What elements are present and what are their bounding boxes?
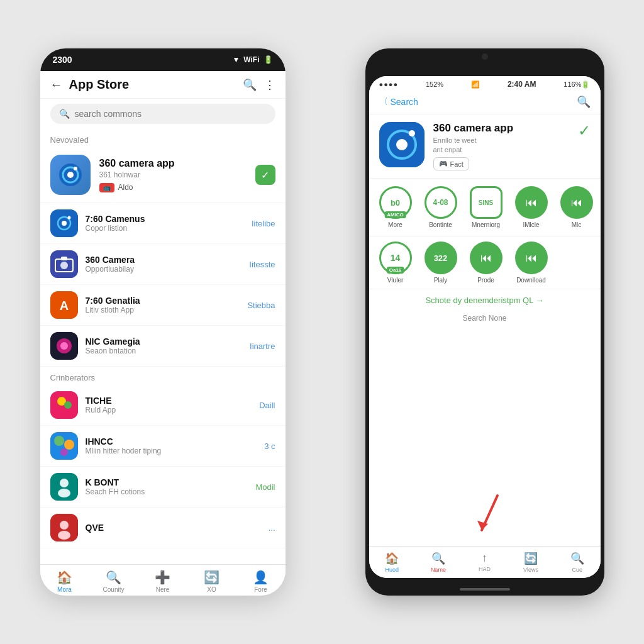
list-item-2[interactable]: 360 Camera Opportiuabilay Iitesste xyxy=(40,244,286,285)
featured-app-info: 360 camera app 361 holnwar 📺 Aldo xyxy=(99,158,247,192)
ratings-row-2: 14 Oa16 Vluler 322 Plaly ⏮ Prode ⏮ Downl… xyxy=(369,236,601,289)
svg-point-33 xyxy=(409,130,415,136)
list-info-6: IHNCC Mliin hitter hoder tiping xyxy=(86,436,257,455)
more-icon[interactable]: ⋮ xyxy=(264,78,275,92)
search-icon-small: 🔍 xyxy=(59,109,70,119)
rnav-name[interactable]: 🔍 Name xyxy=(415,549,462,575)
list-item-6[interactable]: IHNCC Mliin hitter hoder tiping 3 c xyxy=(40,426,286,467)
rating-chip-8[interactable]: ⏮ Prode xyxy=(465,242,508,284)
svg-point-10 xyxy=(60,262,68,269)
action-btn-6[interactable]: 3 c xyxy=(264,441,275,451)
action-btn-2[interactable]: Iitesste xyxy=(249,260,275,269)
rating-chip-3[interactable]: SINS Mnerniorg xyxy=(465,186,508,228)
svg-point-22 xyxy=(64,440,74,450)
list-info-7: K BONT Seach FH cotions xyxy=(86,477,248,496)
list-info-4: NIC Gamegia Seaon bntation xyxy=(86,336,243,355)
list-item-3[interactable]: A 7:60 Genatlia Litiv stloth App Stiebba xyxy=(40,285,286,326)
rnav-huod[interactable]: 🏠 Huod xyxy=(369,549,416,575)
rnav-label-cue: Cue xyxy=(572,567,582,573)
featured-check-button[interactable]: ✓ xyxy=(255,165,275,185)
search-icon[interactable]: 🔍 xyxy=(243,78,257,92)
rnav-name-icon: 🔍 xyxy=(431,552,445,565)
action-btn-3[interactable]: Stiebba xyxy=(247,301,275,310)
svg-point-25 xyxy=(60,479,69,487)
rnav-cue-icon: 🔍 xyxy=(570,552,584,565)
rating-icon-9[interactable]: ⏮ xyxy=(515,242,548,274)
right-inner-screen: ●●●● 152% 📶 2:40 AM 116%🔋 〈 Search 🔍 xyxy=(369,76,601,578)
rating-icon-4[interactable]: ⏮ xyxy=(515,186,548,219)
arrow-area xyxy=(369,325,601,546)
nav-item-nere[interactable]: ➕ Nere xyxy=(138,565,187,596)
left-status-bar: 2300 ▼ WiFi 🔋 xyxy=(40,48,286,71)
rnav-had-icon: ↑ xyxy=(482,552,487,565)
rating-label-5: Mlc xyxy=(572,221,582,228)
search-input[interactable] xyxy=(75,109,267,119)
rnav-had[interactable]: ↑ HAD xyxy=(462,549,508,575)
nav-item-counity[interactable]: 🔍 Counity xyxy=(89,565,138,596)
item-name-5: TICHE xyxy=(86,396,252,406)
more-link[interactable]: Schote dy denemderistpm QL → xyxy=(369,289,601,311)
list-item-4[interactable]: NIC Gamegia Seaon bntation Iinartre xyxy=(40,326,286,367)
wifi-right: 📶 xyxy=(471,80,480,89)
top-camera-area xyxy=(365,48,604,62)
rnav-vlews-icon: 🔄 xyxy=(524,552,538,565)
search-bar[interactable]: 🔍 xyxy=(50,104,275,124)
search-back-label: Search xyxy=(391,97,418,107)
rating-icon-5[interactable]: ⏮ xyxy=(560,186,593,219)
search-icon-right[interactable]: 🔍 xyxy=(577,95,591,109)
rating-chip-4[interactable]: ⏮ IMlcle xyxy=(510,186,553,228)
rating-circle-6: 14 Oa16 xyxy=(379,242,412,274)
featured-app-name: 360 camera app xyxy=(99,158,247,169)
detail-app-svg xyxy=(379,122,425,167)
item-sub-7: Seach FH cotions xyxy=(86,487,248,496)
wifi-icon: ▼ xyxy=(232,55,240,64)
action-btn-8[interactable]: ... xyxy=(269,523,275,533)
action-btn-7[interactable]: Modil xyxy=(255,482,275,492)
rating-chip-9[interactable]: ⏮ Downlload xyxy=(510,242,553,284)
item-name-2: 360 Camera xyxy=(86,255,242,265)
item-sub-1: Copor listion xyxy=(86,224,244,233)
camera-app-logo xyxy=(58,162,83,187)
app-detail-header: 360 camera app Ennllo te weet ant enpat … xyxy=(369,114,601,179)
rating-icon-8[interactable]: ⏮ xyxy=(470,242,502,274)
detail-app-desc1: Ennllo te weet xyxy=(433,136,569,144)
section2-label: Crinberators xyxy=(40,367,286,385)
featured-badge-row: 📺 Aldo xyxy=(99,183,247,192)
right-phone: ●●●● 152% 📶 2:40 AM 116%🔋 〈 Search 🔍 xyxy=(365,48,604,596)
svg-point-19 xyxy=(64,401,72,409)
rating-chip-5[interactable]: ⏮ Mlc xyxy=(555,186,598,228)
rnav-cue[interactable]: 🔍 Cue xyxy=(554,549,601,575)
svg-point-6 xyxy=(62,221,67,226)
action-btn-1[interactable]: Iitelibe xyxy=(252,219,275,228)
action-btn-4[interactable]: Iinartre xyxy=(250,341,275,351)
rating-chip-6[interactable]: 14 Oa16 Vluler xyxy=(374,242,417,284)
nav-item-mora[interactable]: 🏠 Mora xyxy=(40,565,89,596)
featured-app-item[interactable]: 360 camera app 361 holnwar 📺 Aldo ✓ xyxy=(40,147,286,203)
back-to-search[interactable]: 〈 Search xyxy=(379,96,418,108)
list-item-7[interactable]: K BONT Seach FH cotions Modil xyxy=(40,467,286,508)
colorful-svg xyxy=(50,432,78,460)
app-icon-8 xyxy=(50,514,78,541)
battery-icon: 🔋 xyxy=(264,55,273,64)
action-btn-5[interactable]: Daill xyxy=(259,401,275,410)
detail-app-info: 360 camera app Ennllo te weet ant enpat … xyxy=(433,122,569,170)
featured-badge-name: Aldo xyxy=(118,183,133,192)
rating-chip-7[interactable]: 322 Plaly xyxy=(419,242,462,284)
list-item-5[interactable]: TICHE Ruld App Daill xyxy=(40,385,286,426)
item-sub-2: Opportiuabilay xyxy=(86,265,242,274)
list-item-8[interactable]: QVE ... xyxy=(40,508,286,548)
nav-item-fore[interactable]: 👤 Fore xyxy=(236,565,286,596)
nav-item-xo[interactable]: 🔄 XO xyxy=(187,565,236,596)
list-item[interactable]: 7:60 Camenus Copor listion Iitelibe xyxy=(40,203,286,244)
app-icon-7 xyxy=(50,473,78,501)
svg-rect-11 xyxy=(61,257,67,260)
rating-label-6: Vluler xyxy=(387,277,404,284)
rating-chip-1[interactable]: b0 AMlCO More xyxy=(374,186,417,228)
back-button[interactable]: ← xyxy=(50,77,63,92)
orange-a-svg: A xyxy=(50,291,78,319)
right-header: 〈 Search 🔍 xyxy=(369,92,601,114)
rating-chip-2[interactable]: 4-08 Bontinte xyxy=(419,186,462,228)
svg-point-23 xyxy=(60,448,68,456)
rating-label-4: IMlcle xyxy=(523,221,539,228)
rnav-vlews[interactable]: 🔄 Vlews xyxy=(508,549,554,575)
